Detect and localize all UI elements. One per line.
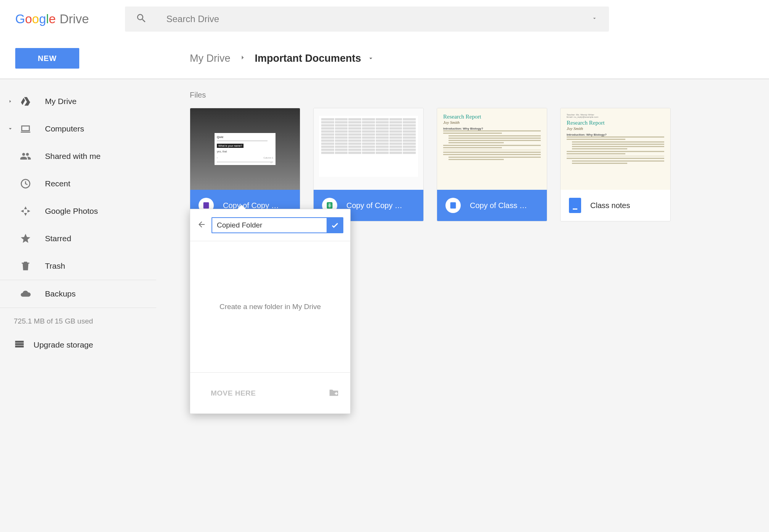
sidebar-item-recent[interactable]: Recent bbox=[0, 170, 156, 197]
move-here-button[interactable]: MOVE HERE bbox=[211, 389, 256, 397]
caret-down-icon bbox=[367, 55, 374, 62]
chevron-right-icon bbox=[231, 54, 255, 63]
file-thumbnail: Teacher: Ms. Wendy WriterEmail: no_reply… bbox=[561, 108, 670, 190]
svg-rect-13 bbox=[451, 204, 455, 204]
people-icon bbox=[15, 151, 36, 162]
svg-rect-2 bbox=[15, 343, 24, 345]
file-footer: Copy of Class … bbox=[437, 190, 547, 221]
move-to-popover: Create a new folder in My Drive MOVE HER… bbox=[190, 209, 351, 414]
docs-app-icon bbox=[569, 198, 581, 213]
folder-name-input[interactable] bbox=[211, 217, 327, 233]
sidebar-item-label: Computers bbox=[45, 124, 84, 133]
new-button-area: NEW bbox=[0, 38, 187, 79]
report-section: Introduction: Why Biology? bbox=[443, 127, 541, 130]
files-heading: Files bbox=[190, 91, 769, 99]
sidebar-item-backups[interactable]: Backups bbox=[0, 280, 156, 308]
new-folder-icon[interactable] bbox=[328, 387, 340, 400]
sidebar-item-computers[interactable]: Computers bbox=[0, 115, 156, 143]
confirm-button[interactable] bbox=[327, 217, 343, 233]
svg-rect-5 bbox=[204, 204, 205, 204]
drive-icon bbox=[15, 96, 36, 107]
breadcrumb: My Drive Important Documents bbox=[187, 38, 769, 79]
cloud-icon bbox=[15, 288, 36, 300]
file-name: Copy of Copy … bbox=[346, 201, 402, 210]
sidebar: My Drive Computers bbox=[0, 79, 187, 532]
file-card[interactable]: Teacher: Ms. Wendy WriterEmail: no_reply… bbox=[560, 108, 671, 221]
svg-rect-1 bbox=[15, 341, 24, 343]
sidebar-item-label: Starred bbox=[45, 234, 71, 243]
storage-icon bbox=[14, 338, 25, 351]
report-author: Joy Smith bbox=[443, 120, 541, 125]
app-header: Google Drive bbox=[0, 0, 769, 38]
content-area: My Drive Important Documents Files Quiz bbox=[187, 38, 769, 532]
logo-product-name: Drive bbox=[59, 12, 89, 26]
new-button[interactable]: NEW bbox=[15, 48, 79, 69]
storage-usage-text: 725.1 MB of 15 GB used bbox=[14, 317, 187, 325]
sidebar-item-label: My Drive bbox=[45, 97, 77, 106]
search-options-caret-icon[interactable] bbox=[591, 15, 598, 23]
sidebar-item-my-drive[interactable]: My Drive bbox=[0, 88, 156, 115]
expand-collapsed-icon[interactable] bbox=[5, 99, 15, 104]
file-grid: Quiz What is your name? yes, that •Colum… bbox=[190, 108, 769, 221]
sidebar-item-label: Google Photos bbox=[45, 207, 98, 216]
sidebar-item-shared[interactable]: Shared with me bbox=[0, 143, 156, 170]
file-card[interactable]: Quiz What is your name? yes, that •Colum… bbox=[190, 108, 300, 221]
popover-body: Create a new folder in My Drive bbox=[190, 241, 350, 372]
file-thumbnail bbox=[314, 108, 423, 190]
star-icon bbox=[15, 233, 36, 244]
sidebar-item-photos[interactable]: Google Photos bbox=[0, 197, 156, 225]
file-name: Class notes bbox=[590, 201, 630, 210]
file-thumbnail: Quiz What is your name? yes, that •Colum… bbox=[190, 108, 300, 190]
report-title: Research Report bbox=[567, 120, 664, 126]
file-footer: Class notes bbox=[561, 190, 670, 221]
docs-app-icon bbox=[445, 198, 461, 213]
popover-footer: MOVE HERE bbox=[190, 372, 350, 413]
popover-header bbox=[190, 209, 350, 241]
search-icon[interactable] bbox=[136, 13, 147, 26]
quiz-answer: yes, that bbox=[217, 150, 273, 153]
svg-rect-3 bbox=[15, 346, 24, 348]
trash-icon bbox=[15, 260, 36, 272]
svg-rect-9 bbox=[204, 207, 205, 207]
search-input[interactable] bbox=[166, 14, 598, 24]
report-author: Joy Smith bbox=[567, 126, 664, 131]
sidebar-item-label: Shared with me bbox=[45, 152, 101, 161]
new-button-label: NEW bbox=[38, 54, 57, 63]
svg-rect-8 bbox=[206, 205, 208, 206]
sidebar-item-trash[interactable]: Trash bbox=[0, 252, 156, 280]
breadcrumb-current-label: Important Documents bbox=[255, 53, 361, 64]
app-logo[interactable]: Google Drive bbox=[15, 12, 89, 26]
report-section: Introduction: Why Biology? bbox=[567, 133, 664, 136]
upgrade-storage-label: Upgrade storage bbox=[34, 340, 93, 349]
files-area: Files Quiz What is your name? yes, that bbox=[187, 79, 769, 532]
quiz-heading: Quiz bbox=[217, 135, 273, 139]
file-card[interactable]: Copy of Copy … bbox=[313, 108, 424, 221]
devices-icon bbox=[15, 123, 36, 135]
search-bar[interactable] bbox=[125, 6, 609, 32]
svg-rect-7 bbox=[204, 205, 205, 206]
sidebar-item-label: Recent bbox=[45, 179, 70, 188]
quiz-question: What is your name? bbox=[217, 144, 244, 148]
svg-rect-10 bbox=[206, 207, 208, 207]
upgrade-storage-link[interactable]: Upgrade storage bbox=[14, 338, 187, 351]
left-column: NEW My Drive bbox=[0, 38, 187, 532]
svg-rect-15 bbox=[451, 207, 453, 207]
svg-rect-14 bbox=[451, 205, 455, 206]
photos-icon bbox=[15, 205, 36, 217]
clock-icon bbox=[15, 178, 36, 189]
sidebar-item-label: Backups bbox=[45, 289, 76, 298]
breadcrumb-current[interactable]: Important Documents bbox=[255, 53, 374, 64]
storage-section: 725.1 MB of 15 GB used Upgrade storage bbox=[0, 308, 187, 351]
file-name: Copy of Class … bbox=[470, 201, 527, 210]
back-arrow-icon[interactable] bbox=[197, 220, 206, 231]
file-thumbnail: Research Report Joy Smith Introduction: … bbox=[437, 108, 547, 190]
file-card[interactable]: Research Report Joy Smith Introduction: … bbox=[437, 108, 547, 221]
breadcrumb-root[interactable]: My Drive bbox=[190, 53, 231, 64]
popover-body-text: Create a new folder in My Drive bbox=[219, 303, 321, 311]
expand-expanded-icon[interactable] bbox=[5, 127, 15, 131]
svg-rect-6 bbox=[206, 204, 208, 204]
report-title: Research Report bbox=[443, 114, 541, 120]
sidebar-item-starred[interactable]: Starred bbox=[0, 225, 156, 252]
sidebar-item-label: Trash bbox=[45, 261, 65, 271]
